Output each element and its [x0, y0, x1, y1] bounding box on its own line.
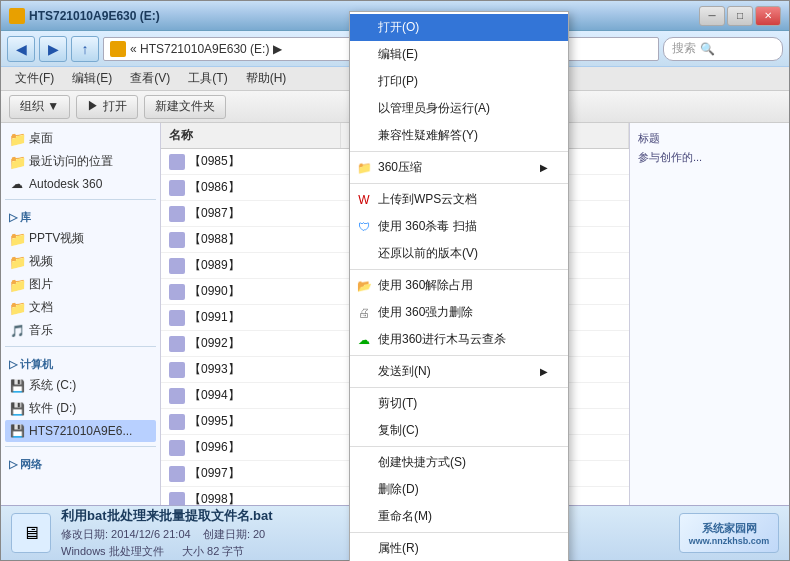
back-button[interactable]: ◀ — [7, 36, 35, 62]
menu-tools[interactable]: 工具(T) — [180, 68, 235, 89]
ctx-item-compat[interactable]: 兼容性疑难解答(Y) — [350, 122, 568, 149]
sidebar-item-autodesk[interactable]: ☁ Autodesk 360 — [5, 173, 156, 195]
sidebar-item-e[interactable]: 💾 HTS721010A9E6... — [5, 420, 156, 442]
col-header-name[interactable]: 名称 — [161, 123, 341, 148]
sidebar-section-library: ▷ 库 — [5, 204, 156, 227]
open-button[interactable]: ▶ 打开 — [76, 95, 137, 119]
sidebar-label-pptv: PPTV视频 — [29, 230, 84, 247]
ctx-item-cut[interactable]: 剪切(T) — [350, 390, 568, 417]
sidebar-label-e: HTS721010A9E6... — [29, 424, 132, 438]
cloud-icon: ☁ — [9, 176, 25, 192]
ctx-label-open: 打开(O) — [378, 19, 419, 36]
file-icon — [169, 310, 185, 326]
ctx-item-copy[interactable]: 复制(C) — [350, 417, 568, 444]
logo-line1: 系统家园网 — [689, 521, 770, 536]
close-button[interactable]: ✕ — [755, 6, 781, 26]
ctx-separator-5 — [350, 387, 568, 388]
forward-button[interactable]: ▶ — [39, 36, 67, 62]
sidebar-item-video[interactable]: 📁 视频 — [5, 250, 156, 273]
submenu-arrow: ▶ — [540, 162, 548, 173]
sidebar-item-pptv[interactable]: 📁 PPTV视频 — [5, 227, 156, 250]
context-menu: 打开(O) 编辑(E) 打印(P) 以管理员身份运行(A) 兼容性疑难解答(Y)… — [349, 11, 569, 561]
ctx-separator-6 — [350, 446, 568, 447]
ctx-item-restore[interactable]: 还原以前的版本(V) — [350, 240, 568, 267]
organize-button[interactable]: 组织 ▼ — [9, 95, 70, 119]
ctx-item-wps[interactable]: W 上传到WPS云文档 — [350, 186, 568, 213]
sidebar-item-d[interactable]: 💾 软件 (D:) — [5, 397, 156, 420]
up-button[interactable]: ↑ — [71, 36, 99, 62]
sidebar-item-c[interactable]: 💾 系统 (C:) — [5, 374, 156, 397]
ctx-label-shortcut: 创建快捷方式(S) — [378, 454, 466, 471]
menu-view[interactable]: 查看(V) — [122, 68, 178, 89]
right-panel: 标题 参与创作的... — [629, 123, 789, 505]
ctx-separator-3 — [350, 269, 568, 270]
ctx-item-360unlock[interactable]: 📂 使用 360解除占用 — [350, 272, 568, 299]
360-compress-icon: 📁 — [356, 160, 372, 176]
file-icon — [169, 206, 185, 222]
sidebar-label-documents: 文档 — [29, 299, 53, 316]
ctx-item-properties[interactable]: 属性(R) — [350, 535, 568, 561]
search-icon: 🔍 — [700, 42, 715, 56]
search-placeholder: 搜索 — [672, 40, 696, 57]
music-icon: 🎵 — [9, 323, 25, 339]
sidebar-item-recent[interactable]: 📁 最近访问的位置 — [5, 150, 156, 173]
statusbar-logo: 系统家园网 www.nnzkhsb.com — [679, 513, 779, 553]
sidebar-label-autodesk: Autodesk 360 — [29, 177, 102, 191]
drive-icon: 💾 — [9, 401, 25, 417]
ctx-separator-2 — [350, 183, 568, 184]
statusbar-file-icon: 🖥 — [11, 513, 51, 553]
ctx-label-360delete: 使用 360强力删除 — [378, 304, 473, 321]
ctx-item-open[interactable]: 打开(O) — [350, 14, 568, 41]
ctx-label-sendto: 发送到(N) — [378, 363, 431, 380]
ctx-item-360delete[interactable]: 🖨 使用 360强力删除 — [350, 299, 568, 326]
ctx-item-360trojan[interactable]: ☁ 使用360进行木马云查杀 — [350, 326, 568, 353]
sidebar-label-c: 系统 (C:) — [29, 377, 76, 394]
file-icon — [169, 154, 185, 170]
ctx-separator-4 — [350, 355, 568, 356]
ctx-label-restore: 还原以前的版本(V) — [378, 245, 478, 262]
logo-line2: www.nnzkhsb.com — [689, 536, 770, 546]
minimize-button[interactable]: ─ — [699, 6, 725, 26]
new-folder-button[interactable]: 新建文件夹 — [144, 95, 226, 119]
ctx-item-360scan[interactable]: 🛡 使用 360杀毒 扫描 — [350, 213, 568, 240]
address-icon — [110, 41, 126, 57]
ctx-item-delete[interactable]: 删除(D) — [350, 476, 568, 503]
menu-edit[interactable]: 编辑(E) — [64, 68, 120, 89]
menu-file[interactable]: 文件(F) — [7, 68, 62, 89]
file-icon — [169, 388, 185, 404]
file-icon — [169, 180, 185, 196]
ctx-label-cut: 剪切(T) — [378, 395, 417, 412]
sidebar-item-music[interactable]: 🎵 音乐 — [5, 319, 156, 342]
sidebar-item-pictures[interactable]: 📁 图片 — [5, 273, 156, 296]
ctx-item-edit[interactable]: 编辑(E) — [350, 41, 568, 68]
right-panel-label2: 参与创作的... — [638, 151, 702, 163]
ctx-separator-7 — [350, 532, 568, 533]
sidebar-label-d: 软件 (D:) — [29, 400, 76, 417]
sidebar-label-desktop: 桌面 — [29, 130, 53, 147]
ctx-item-360compress[interactable]: 📁 360压缩 ▶ — [350, 154, 568, 181]
search-box[interactable]: 搜索 🔍 — [663, 37, 783, 61]
ctx-label-compat: 兼容性疑难解答(Y) — [378, 127, 478, 144]
ctx-item-print[interactable]: 打印(P) — [350, 68, 568, 95]
window-icon — [9, 8, 25, 24]
section-library-icon: ▷ — [9, 211, 17, 224]
ctx-label-delete: 删除(D) — [378, 481, 419, 498]
360-unlock-icon: 📂 — [356, 278, 372, 294]
file-icon — [169, 492, 185, 505]
sidebar-label-video: 视频 — [29, 253, 53, 270]
ctx-item-sendto[interactable]: 发送到(N) ▶ — [350, 358, 568, 385]
ctx-label-print: 打印(P) — [378, 73, 418, 90]
submenu-arrow: ▶ — [540, 366, 548, 377]
titlebar-buttons: ─ □ ✕ — [699, 6, 781, 26]
menu-help[interactable]: 帮助(H) — [238, 68, 295, 89]
ctx-item-shortcut[interactable]: 创建快捷方式(S) — [350, 449, 568, 476]
sidebar-item-desktop[interactable]: 📁 桌面 — [5, 127, 156, 150]
wps-icon: W — [356, 192, 372, 208]
ctx-item-rename[interactable]: 重命名(M) — [350, 503, 568, 530]
folder-icon: 📁 — [9, 154, 25, 170]
maximize-button[interactable]: □ — [727, 6, 753, 26]
ctx-label-edit: 编辑(E) — [378, 46, 418, 63]
ctx-item-runas[interactable]: 以管理员身份运行(A) — [350, 95, 568, 122]
sidebar-item-documents[interactable]: 📁 文档 — [5, 296, 156, 319]
folder-icon: 📁 — [9, 131, 25, 147]
